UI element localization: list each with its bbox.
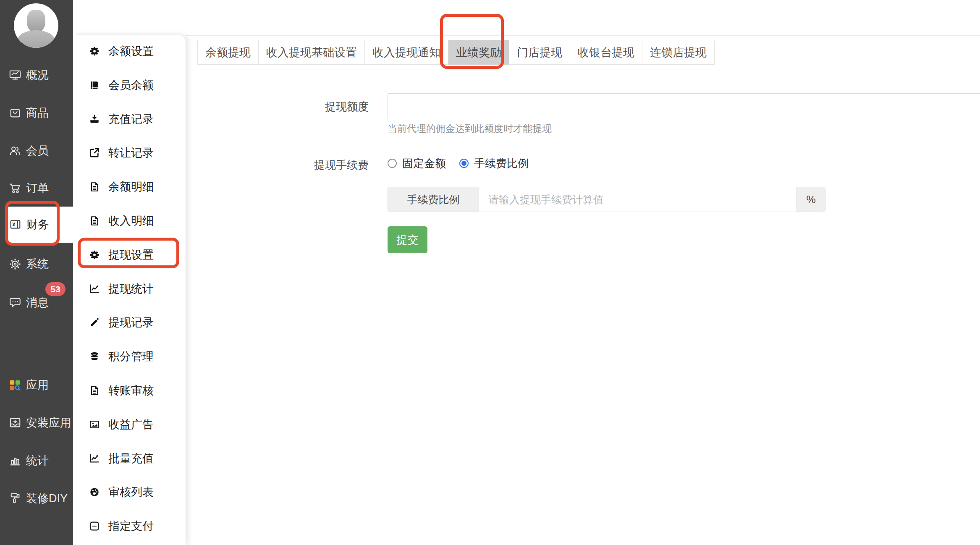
submit-button[interactable]: 提交 bbox=[388, 226, 427, 253]
fee-option-固定金额[interactable]: 固定金额 bbox=[388, 156, 446, 171]
fee-options: 固定金额手续费比例 bbox=[388, 154, 529, 173]
download-icon bbox=[88, 114, 101, 125]
members-icon bbox=[9, 144, 21, 157]
transfer-icon bbox=[88, 147, 101, 158]
book-icon bbox=[88, 80, 101, 91]
menu-item-label: 转账审核 bbox=[108, 383, 154, 398]
orders-icon bbox=[9, 182, 21, 194]
submenu-panel: 余额设置会员余额充值记录转让记录余额明细收入明细提现设置提现统计提现记录积分管理… bbox=[73, 35, 186, 545]
stats-icon bbox=[9, 454, 21, 467]
menu-item-转让记录[interactable]: 转让记录 bbox=[73, 141, 186, 165]
avatar[interactable] bbox=[14, 3, 58, 48]
menu-item-label: 收益广告 bbox=[108, 417, 154, 432]
content-area: 余额提现收入提现基础设置收入提现通知业绩奖励门店提现收银台提现连锁店提现 提现额… bbox=[186, 0, 980, 545]
app-root: 余额提现收入提现基础设置收入提现通知业绩奖励门店提现收银台提现连锁店提现 提现额… bbox=[0, 0, 980, 545]
menu-item-积分管理[interactable]: 积分管理 bbox=[73, 344, 186, 369]
percent-suffix: % bbox=[797, 187, 825, 212]
tab-收银台提现[interactable]: 收银台提现 bbox=[570, 40, 642, 65]
system-icon bbox=[9, 258, 21, 270]
menu-item-label: 指定支付 bbox=[108, 519, 154, 534]
menu-item-指定支付[interactable]: 指定支付 bbox=[73, 514, 186, 538]
chart-icon bbox=[88, 453, 101, 464]
sidebar-item-应用[interactable]: 应用 bbox=[0, 373, 73, 397]
menu-item-label: 收入明细 bbox=[108, 213, 154, 228]
menu-item-提现统计[interactable]: 提现统计 bbox=[73, 277, 186, 301]
svg-text:¥: ¥ bbox=[13, 222, 16, 228]
menu-item-充值记录[interactable]: 充值记录 bbox=[73, 107, 186, 131]
menu-item-会员余额[interactable]: 会员余额 bbox=[73, 73, 186, 97]
diy-icon bbox=[9, 492, 21, 505]
sidebar-item-label: 订单 bbox=[26, 181, 49, 196]
menu-item-label: 余额设置 bbox=[108, 44, 154, 59]
sidebar-item-统计[interactable]: 统计 bbox=[0, 449, 73, 472]
tab-余额提现[interactable]: 余额提现 bbox=[197, 40, 259, 65]
avatar-head bbox=[27, 10, 45, 32]
pay-icon bbox=[88, 521, 101, 532]
sidebar-item-会员[interactable]: 会员 bbox=[0, 139, 73, 162]
tab-业绩奖励[interactable]: 业绩奖励 bbox=[448, 40, 509, 65]
quota-label: 提现额度 bbox=[227, 100, 369, 114]
menu-item-转账审核[interactable]: 转账审核 bbox=[73, 378, 186, 403]
menu-item-label: 审核列表 bbox=[108, 485, 154, 500]
tab-门店提现[interactable]: 门店提现 bbox=[509, 40, 570, 65]
radio-selected-icon[interactable] bbox=[459, 159, 469, 168]
sidebar-item-label: 商品 bbox=[26, 105, 49, 121]
sidebar-item-订单[interactable]: 订单 bbox=[0, 176, 73, 200]
fee-option-label: 固定金额 bbox=[402, 156, 446, 171]
tab-连锁店提现[interactable]: 连锁店提现 bbox=[642, 40, 715, 65]
gear-icon bbox=[88, 46, 101, 57]
points-icon bbox=[88, 351, 101, 362]
sidebar-item-label: 系统 bbox=[26, 257, 49, 272]
tab-收入提现通知[interactable]: 收入提现通知 bbox=[365, 40, 448, 65]
sidebar-item-label: 概况 bbox=[26, 68, 49, 83]
ad-icon bbox=[88, 419, 101, 430]
quota-input[interactable] bbox=[388, 93, 980, 119]
menu-item-label: 提现设置 bbox=[108, 247, 154, 262]
overview-icon bbox=[9, 69, 21, 81]
message-count-badge: 53 bbox=[45, 282, 66, 296]
sidebar-item-label: 安装应用 bbox=[26, 415, 71, 430]
content-top-divider bbox=[186, 35, 980, 36]
audit-icon bbox=[88, 487, 101, 498]
menu-item-余额设置[interactable]: 余额设置 bbox=[73, 39, 186, 63]
menu-item-收入明细[interactable]: 收入明细 bbox=[73, 209, 186, 233]
menu-item-提现设置[interactable]: 提现设置 bbox=[73, 243, 186, 267]
fee-option-手续费比例[interactable]: 手续费比例 bbox=[459, 156, 529, 171]
tab-bar: 余额提现收入提现基础设置收入提现通知业绩奖励门店提现收银台提现连锁店提现 bbox=[197, 40, 715, 65]
quota-hint: 当前代理的佣金达到此额度时才能提现 bbox=[388, 122, 552, 135]
menu-item-label: 批量充值 bbox=[108, 451, 154, 466]
pencil-icon bbox=[88, 317, 101, 328]
menu-item-label: 余额明细 bbox=[108, 179, 154, 194]
radio-unselected-icon[interactable] bbox=[388, 159, 397, 168]
fee-label: 提现手续费 bbox=[227, 158, 369, 173]
sidebar-item-概况[interactable]: 概况 bbox=[0, 63, 73, 87]
fee-rate-group: 手续费比例 % bbox=[388, 187, 825, 212]
chart-icon bbox=[88, 283, 101, 294]
sidebar-item-label: 应用 bbox=[26, 377, 49, 393]
file-icon bbox=[88, 215, 101, 226]
sidebar-item-label: 装修DIY bbox=[26, 491, 68, 506]
menu-item-提现记录[interactable]: 提现记录 bbox=[73, 310, 186, 335]
install-icon bbox=[9, 417, 21, 429]
sidebar-item-label: 消息 bbox=[26, 295, 49, 310]
sidebar-item-系统[interactable]: 系统 bbox=[0, 252, 73, 276]
sidebar-item-label: 财务 bbox=[26, 217, 49, 232]
sidebar-item-安装应用[interactable]: 安装应用 bbox=[0, 411, 73, 435]
menu-item-批量充值[interactable]: 批量充值 bbox=[73, 446, 186, 471]
fee-rate-input[interactable] bbox=[479, 187, 797, 212]
menu-item-余额明细[interactable]: 余额明细 bbox=[73, 175, 186, 199]
menu-item-收益广告[interactable]: 收益广告 bbox=[73, 412, 186, 437]
sidebar-item-财务[interactable]: ¥财务 bbox=[5, 207, 73, 243]
gear-icon bbox=[88, 249, 101, 260]
message-icon bbox=[9, 296, 21, 309]
sidebar-item-label: 统计 bbox=[26, 453, 49, 468]
sidebar-item-label: 会员 bbox=[26, 143, 49, 158]
file-icon bbox=[88, 181, 101, 192]
finance-icon: ¥ bbox=[9, 218, 22, 231]
tab-收入提现基础设置[interactable]: 收入提现基础设置 bbox=[259, 40, 365, 65]
file-icon bbox=[88, 385, 101, 396]
menu-item-label: 积分管理 bbox=[108, 349, 154, 364]
menu-item-审核列表[interactable]: 审核列表 bbox=[73, 480, 186, 504]
sidebar-item-商品[interactable]: 商品 bbox=[0, 101, 73, 125]
sidebar-item-装修DIY[interactable]: 装修DIY bbox=[0, 487, 73, 510]
